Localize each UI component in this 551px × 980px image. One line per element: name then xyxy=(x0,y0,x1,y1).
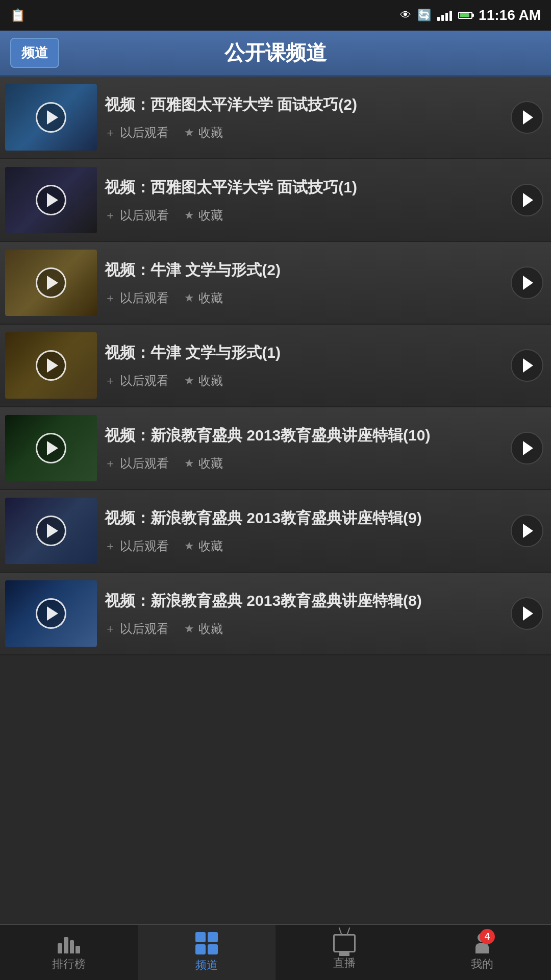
star-icon-6: ★ xyxy=(184,540,194,553)
video-item-4[interactable]: 视频：牛津 文学与形式(1) ＋ 以后观看 ★ 收藏 xyxy=(0,325,551,407)
watch-later-btn-5[interactable]: ＋ 以后观看 xyxy=(105,455,169,472)
plus-icon-1: ＋ xyxy=(105,125,116,140)
eye-icon: 👁 xyxy=(400,9,411,22)
watch-later-btn-2[interactable]: ＋ 以后观看 xyxy=(105,207,169,224)
tab-live-label: 直播 xyxy=(333,955,356,971)
video-info-2: 视频：西雅图太平洋大学 面试技巧(1) ＋ 以后观看 ★ 收藏 xyxy=(105,177,546,224)
video-actions-5: ＋ 以后观看 ★ 收藏 xyxy=(105,455,515,472)
video-info-7: 视频：新浪教育盛典 2013教育盛典讲座特辑(8) ＋ 以后观看 ★ 收藏 xyxy=(105,590,546,637)
collect-btn-5[interactable]: ★ 收藏 xyxy=(184,455,223,472)
video-info-4: 视频：牛津 文学与形式(1) ＋ 以后观看 ★ 收藏 xyxy=(105,342,546,389)
channel-badge[interactable]: 频道 xyxy=(10,38,59,68)
tab-channel[interactable]: 频道 xyxy=(138,925,276,980)
collect-label-5: 收藏 xyxy=(198,455,223,472)
video-actions-7: ＋ 以后观看 ★ 收藏 xyxy=(105,621,515,637)
collect-label-3: 收藏 xyxy=(198,290,223,306)
play-button-5[interactable] xyxy=(36,433,66,463)
collect-btn-6[interactable]: ★ 收藏 xyxy=(184,538,223,554)
video-info-6: 视频：新浪教育盛典 2013教育盛典讲座特辑(9) ＋ 以后观看 ★ 收藏 xyxy=(105,507,546,554)
app-icon: 📋 xyxy=(10,8,26,22)
video-item-3[interactable]: 视频：牛津 文学与形式(2) ＋ 以后观看 ★ 收藏 xyxy=(0,242,551,325)
video-item-5[interactable]: 视频：新浪教育盛典 2013教育盛典讲座特辑(10) ＋ 以后观看 ★ 收藏 xyxy=(0,407,551,490)
arrow-btn-2[interactable] xyxy=(511,184,543,216)
collect-btn-1[interactable]: ★ 收藏 xyxy=(184,125,223,141)
page-title: 公开课频道 xyxy=(224,39,327,67)
arrow-btn-7[interactable] xyxy=(511,597,543,630)
arrow-btn-4[interactable] xyxy=(511,349,543,382)
video-thumbnail-7 xyxy=(5,580,97,647)
top-nav: 频道 公开课频道 xyxy=(0,31,551,77)
collect-label-4: 收藏 xyxy=(198,373,223,389)
collect-btn-2[interactable]: ★ 收藏 xyxy=(184,207,223,224)
mine-badge-container: 4 xyxy=(475,933,489,953)
video-item-6[interactable]: 视频：新浪教育盛典 2013教育盛典讲座特辑(9) ＋ 以后观看 ★ 收藏 xyxy=(0,490,551,573)
star-icon-1: ★ xyxy=(184,126,194,139)
star-icon-4: ★ xyxy=(184,374,194,387)
plus-icon-5: ＋ xyxy=(105,456,116,471)
star-icon-5: ★ xyxy=(184,457,194,470)
battery-icon xyxy=(458,12,472,19)
play-button-6[interactable] xyxy=(36,516,66,546)
collect-label-1: 收藏 xyxy=(198,125,223,141)
collect-btn-7[interactable]: ★ 收藏 xyxy=(184,621,223,637)
collect-btn-4[interactable]: ★ 收藏 xyxy=(184,373,223,389)
watch-later-btn-1[interactable]: ＋ 以后观看 xyxy=(105,125,169,141)
video-thumbnail-6 xyxy=(5,498,97,564)
video-thumbnail-2 xyxy=(5,167,97,233)
video-title-2: 视频：西雅图太平洋大学 面试技巧(1) xyxy=(105,177,515,198)
video-actions-1: ＋ 以后观看 ★ 收藏 xyxy=(105,125,515,141)
video-info-1: 视频：西雅图太平洋大学 面试技巧(2) ＋ 以后观看 ★ 收藏 xyxy=(105,94,546,141)
arrow-btn-1[interactable] xyxy=(511,101,543,134)
arrow-btn-5[interactable] xyxy=(511,432,543,464)
ranking-icon xyxy=(58,933,80,953)
watch-later-label-4: 以后观看 xyxy=(120,373,169,389)
watch-later-label-3: 以后观看 xyxy=(120,290,169,306)
video-title-5: 视频：新浪教育盛典 2013教育盛典讲座特辑(10) xyxy=(105,425,515,446)
video-info-5: 视频：新浪教育盛典 2013教育盛典讲座特辑(10) ＋ 以后观看 ★ 收藏 xyxy=(105,425,546,472)
arrow-btn-3[interactable] xyxy=(511,266,543,299)
play-button-1[interactable] xyxy=(36,102,66,133)
video-thumbnail-5 xyxy=(5,415,97,481)
video-title-4: 视频：牛津 文学与形式(1) xyxy=(105,342,515,363)
tab-mine[interactable]: 4 我的 xyxy=(413,925,551,980)
video-title-3: 视频：牛津 文学与形式(2) xyxy=(105,259,515,281)
status-left-icons: 📋 xyxy=(10,8,26,22)
video-item-2[interactable]: 视频：西雅图太平洋大学 面试技巧(1) ＋ 以后观看 ★ 收藏 xyxy=(0,159,551,242)
play-button-3[interactable] xyxy=(36,267,66,298)
status-time: 11:16 AM xyxy=(479,7,541,23)
video-item-1[interactable]: 视频：西雅图太平洋大学 面试技巧(2) ＋ 以后观看 ★ 收藏 xyxy=(0,77,551,159)
play-button-2[interactable] xyxy=(36,185,66,215)
tab-live[interactable]: 直播 xyxy=(276,925,413,980)
video-title-7: 视频：新浪教育盛典 2013教育盛典讲座特辑(8) xyxy=(105,590,515,611)
bottom-tab-bar: 排行榜 频道 直播 4 我的 xyxy=(0,924,551,980)
watch-later-btn-3[interactable]: ＋ 以后观看 xyxy=(105,290,169,306)
collect-label-2: 收藏 xyxy=(198,207,223,224)
watch-later-label-2: 以后观看 xyxy=(120,207,169,224)
signal-icon xyxy=(437,10,452,21)
watch-later-btn-6[interactable]: ＋ 以后观看 xyxy=(105,538,169,554)
content-list: 视频：西雅图太平洋大学 面试技巧(2) ＋ 以后观看 ★ 收藏 xyxy=(0,77,551,655)
tab-ranking[interactable]: 排行榜 xyxy=(0,925,138,980)
plus-icon-2: ＋ xyxy=(105,208,116,223)
watch-later-btn-4[interactable]: ＋ 以后观看 xyxy=(105,373,169,389)
collect-btn-3[interactable]: ★ 收藏 xyxy=(184,290,223,306)
tab-mine-label: 我的 xyxy=(471,957,493,972)
plus-icon-6: ＋ xyxy=(105,538,116,554)
play-button-4[interactable] xyxy=(36,350,66,381)
collect-label-7: 收藏 xyxy=(198,621,223,637)
watch-later-label-5: 以后观看 xyxy=(120,455,169,472)
plus-icon-4: ＋ xyxy=(105,373,116,388)
status-right-icons: 👁 🔄 11:16 AM xyxy=(400,7,541,23)
watch-later-btn-7[interactable]: ＋ 以后观看 xyxy=(105,621,169,637)
video-actions-4: ＋ 以后观看 ★ 收藏 xyxy=(105,373,515,389)
video-actions-2: ＋ 以后观看 ★ 收藏 xyxy=(105,207,515,224)
play-button-7[interactable] xyxy=(36,598,66,629)
plus-icon-3: ＋ xyxy=(105,290,116,306)
video-actions-3: ＋ 以后观看 ★ 收藏 xyxy=(105,290,515,306)
collect-label-6: 收藏 xyxy=(198,538,223,554)
video-thumbnail-1 xyxy=(5,84,97,151)
mine-badge-count: 4 xyxy=(480,929,495,944)
arrow-btn-6[interactable] xyxy=(511,514,543,547)
video-actions-6: ＋ 以后观看 ★ 收藏 xyxy=(105,538,515,554)
video-item-7[interactable]: 视频：新浪教育盛典 2013教育盛典讲座特辑(8) ＋ 以后观看 ★ 收藏 xyxy=(0,573,551,655)
